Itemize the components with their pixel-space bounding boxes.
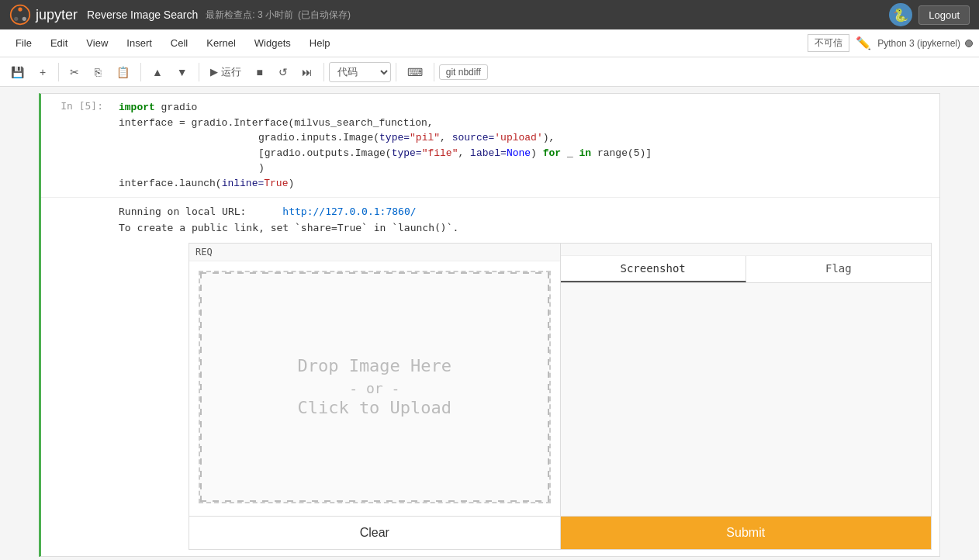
output-url-link[interactable]: http://127.0.0.1:7860/	[282, 206, 416, 217]
move-up-button[interactable]: ▲	[146, 61, 169, 83]
code-line-1: import gradio	[119, 100, 932, 116]
toolbar-separator-1	[58, 63, 59, 81]
tab-flag[interactable]: Flag	[746, 256, 931, 282]
pencil-icon[interactable]: ✏️	[856, 36, 871, 50]
logout-button[interactable]: Logout	[918, 5, 970, 25]
output-top-spacer	[561, 244, 932, 256]
run-icon: ▶	[210, 66, 218, 78]
git-badge[interactable]: git nbdiff	[439, 64, 488, 80]
save-button[interactable]: 💾	[5, 61, 30, 83]
run-label: 运行	[221, 65, 241, 79]
cell-prompt: In [5]:	[41, 94, 111, 197]
code-line-6: interface.launch(inline=True)	[119, 176, 932, 192]
code-line-3: gradio.inputs.Image(type="pil", source='…	[119, 130, 932, 146]
top-bar-right: 🐍 Logout	[889, 3, 970, 26]
toolbar: 💾 + ✂ ⎘ 📋 ▲ ▼ ▶ 运行 ■ ↺ ⏭ 代码 ⌨ git nbdiff	[0, 57, 979, 87]
menu-edit[interactable]: Edit	[41, 29, 77, 57]
menu-widgets[interactable]: Widgets	[245, 29, 300, 57]
paste-button[interactable]: 📋	[110, 61, 136, 83]
keyboard-button[interactable]: ⌨	[401, 61, 429, 83]
cell-input-area: In [5]: import gradio interface = gradio…	[41, 94, 939, 197]
python-icon: 🐍	[889, 3, 912, 26]
upload-area[interactable]: Drop Image Here - or - Click to Upload	[199, 271, 551, 503]
menu-view[interactable]: View	[77, 29, 117, 57]
run-button[interactable]: ▶ 运行	[204, 61, 247, 83]
trust-button[interactable]: 不可信	[808, 34, 849, 52]
notebook-meta2: (已自动保存)	[298, 9, 351, 22]
toolbar-separator-2	[140, 63, 141, 81]
toolbar-separator-3	[199, 63, 199, 81]
restart-button[interactable]: ↺	[272, 61, 294, 83]
copy-button[interactable]: ⎘	[87, 61, 109, 83]
jupyter-logo: jupyter	[9, 4, 78, 26]
jupyter-logo-icon	[9, 4, 31, 26]
upload-text-main: Drop Image Here	[297, 356, 451, 375]
code-cell: In [5]: import gradio interface = gradio…	[39, 93, 940, 557]
gradio-output-panel: Screenshot Flag	[561, 243, 932, 517]
menu-help[interactable]: Help	[300, 29, 340, 57]
upload-text-click: Click to Upload	[297, 398, 451, 417]
running-text: Running on local URL:	[119, 206, 246, 217]
toolbar-separator-6	[434, 63, 434, 81]
cell-output: Running on local URL: http://127.0.0.1:7…	[41, 197, 939, 556]
upload-text-or: - or -	[349, 380, 400, 396]
submit-button[interactable]: Submit	[561, 517, 932, 549]
notebook-meta1: 最新检查点: 3 小时前	[206, 9, 293, 22]
jupyter-text: jupyter	[36, 7, 78, 23]
fast-forward-button[interactable]: ⏭	[296, 61, 319, 83]
menu-insert[interactable]: Insert	[117, 29, 161, 57]
kernel-status-circle	[965, 40, 973, 47]
menu-kernel[interactable]: Kernel	[197, 29, 245, 57]
top-bar: jupyter Reverse Image Search 最新检查点: 3 小时…	[0, 0, 979, 29]
buttons-row: Clear Submit	[189, 517, 932, 550]
menu-file[interactable]: File	[6, 29, 41, 57]
kernel-indicator: Python 3 (ipykernel)	[877, 38, 973, 49]
menu-cell[interactable]: Cell	[161, 29, 197, 57]
cell-type-select[interactable]: 代码	[329, 62, 391, 82]
code-line-2: interface = gradio.Interface(milvus_sear…	[119, 116, 932, 131]
kernel-label: Python 3 (ipykernel)	[877, 38, 960, 49]
gradio-container: REQ Drop Image Here - or - Click to Uplo…	[189, 243, 932, 517]
req-label: REQ	[189, 244, 560, 261]
svg-point-1	[18, 7, 22, 11]
cell-code[interactable]: import gradio interface = gradio.Interfa…	[111, 94, 939, 197]
notebook-area: In [5]: import gradio interface = gradio…	[0, 87, 979, 560]
clear-button[interactable]: Clear	[189, 517, 561, 549]
stop-button[interactable]: ■	[249, 61, 271, 83]
cut-button[interactable]: ✂	[64, 61, 85, 83]
code-line-5: )	[119, 161, 932, 176]
output-tab-content	[561, 283, 932, 516]
code-line-4: [gradio.outputs.Image(type="file", label…	[119, 146, 932, 161]
svg-point-3	[14, 17, 18, 21]
toolbar-separator-4	[323, 63, 324, 81]
add-cell-button[interactable]: +	[32, 61, 54, 83]
output-public-link: To create a public link, set `share=True…	[119, 220, 932, 237]
toolbar-separator-5	[396, 63, 396, 81]
tab-screenshot[interactable]: Screenshot	[561, 256, 746, 282]
notebook-title: Reverse Image Search	[87, 9, 198, 21]
gradio-input-panel: REQ Drop Image Here - or - Click to Uplo…	[189, 243, 561, 517]
svg-point-2	[22, 17, 26, 21]
output-running-text: Running on local URL: http://127.0.0.1:7…	[119, 204, 932, 220]
move-down-button[interactable]: ▼	[171, 61, 194, 83]
menu-bar: File Edit View Insert Cell Kernel Widget…	[0, 29, 979, 57]
output-tabs: Screenshot Flag	[561, 256, 932, 283]
